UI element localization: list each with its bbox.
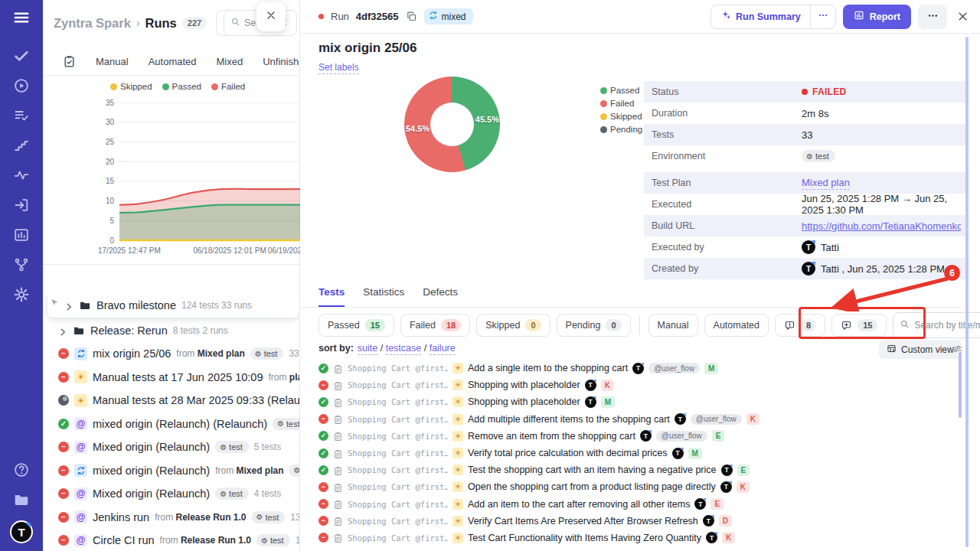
test-row[interactable]: −Shopping Cart @first…✳Add an item to th… — [318, 496, 954, 513]
filter-passed-button[interactable]: Passed15 — [318, 314, 394, 337]
breadcrumb-separator: › — [136, 17, 140, 29]
run-status-failed-icon: − — [58, 348, 69, 359]
sort-by-testcase[interactable]: testcase — [386, 343, 422, 355]
test-row[interactable]: ✓Shopping Cart @first…✳Test the shopping… — [318, 461, 954, 478]
test-suite: Shopping Cart @first… — [348, 482, 448, 491]
help-icon[interactable] — [12, 461, 31, 479]
donut-failed-label: 54.5% — [406, 124, 430, 133]
svg-text:17/2025 12:47 PM: 17/2025 12:47 PM — [98, 246, 161, 255]
run-row[interactable]: −mixed origin (Relaunch)from Mixed plan⚙… — [43, 459, 299, 483]
run-type-badge[interactable]: mixed — [424, 8, 473, 24]
filter-automated-button[interactable]: Automated — [704, 314, 769, 337]
panel-close-button[interactable] — [256, 2, 286, 31]
filter-manual-button[interactable]: Manual — [648, 314, 698, 337]
sort-by-suite[interactable]: suite — [358, 343, 377, 355]
test-suite: Shopping Cart @first… — [348, 432, 448, 441]
filter-pending-button[interactable]: Pending0 — [557, 314, 631, 337]
runs-list-icon[interactable] — [63, 55, 76, 68]
filter-skipped-button[interactable]: Skipped0 — [476, 314, 550, 337]
activity-icon[interactable] — [12, 166, 31, 184]
test-row[interactable]: ✓Shopping Cart @first…✳Remove an item fr… — [318, 428, 954, 445]
run-summary-more-button[interactable] — [810, 5, 835, 28]
legend-dot — [600, 113, 607, 120]
play-circle-icon[interactable] — [12, 77, 31, 95]
sort-by-failure[interactable]: failure — [430, 343, 456, 355]
run-row[interactable]: −@Mixed origin (Relaunch)⚙test5 tests — [43, 435, 299, 459]
run-row[interactable]: −@Mixed origin (Relaunch)⚙test4 tests — [43, 482, 299, 506]
list-check-icon[interactable] — [12, 106, 31, 125]
test-plan-link[interactable]: Mixed plan — [802, 177, 850, 190]
detail-close-button[interactable] — [957, 11, 969, 23]
run-kind-automated-icon: @ — [74, 441, 87, 454]
test-row[interactable]: ✓Shopping Cart @first…✳Verify total pric… — [318, 445, 954, 461]
user-avatar[interactable]: T — [10, 520, 33, 543]
assignee-avatar: T — [675, 413, 686, 425]
test-row[interactable]: ✓Shopping Cart @first…✳Shopping with pla… — [318, 393, 954, 410]
folder-icon[interactable] — [12, 491, 31, 509]
run-row[interactable]: −✳Manual tests at 17 Jun 2025 10:09from … — [43, 366, 299, 390]
run-folder-row[interactable]: Release: Rerun8 tests 2 runs — [43, 319, 299, 343]
run-row[interactable]: −@Jenkins runfrom Release Run 1.0⚙test13… — [43, 506, 299, 530]
run-meta: 13 tests — [290, 512, 299, 523]
search-icon — [230, 16, 240, 30]
info-row-test-plan: Test PlanMixed plan — [644, 172, 969, 194]
sign-in-icon[interactable] — [12, 196, 31, 214]
check-icon[interactable] — [12, 47, 31, 65]
more-actions-button[interactable] — [918, 5, 947, 29]
tab-tests[interactable]: Tests — [318, 286, 345, 307]
run-id: 4df32565 — [356, 11, 399, 22]
test-suite: Shopping Cart @first… — [348, 380, 448, 390]
comments-filter-button[interactable]: 8 — [775, 314, 825, 337]
runs-tab-automated[interactable]: Automated — [149, 56, 197, 67]
set-labels-link[interactable]: Set labels — [318, 62, 359, 74]
chevron-right-icon[interactable] — [58, 326, 67, 335]
gear-icon[interactable] — [12, 285, 31, 304]
runs-tab-manual[interactable]: Manual — [96, 56, 129, 67]
ellipsis-icon — [818, 10, 828, 24]
test-row[interactable]: ✓Shopping Cart @first…✳Add a single item… — [318, 360, 954, 377]
test-letter-badge: K — [737, 481, 750, 493]
test-row[interactable]: −Shopping Cart @first…✳Shopping with pla… — [318, 377, 954, 393]
runs-tab-unfinished[interactable]: Unfinished — [263, 56, 299, 67]
custom-view-button[interactable]: Custom view — [879, 340, 962, 359]
build-url-link[interactable]: https://github.com/TetianaKhomenko/Load-… — [802, 220, 961, 232]
copy-icon[interactable] — [406, 11, 417, 22]
run-folder-row[interactable]: Bravo milestone124 tests 33 runs — [47, 294, 299, 318]
test-row[interactable]: −Shopping Cart @first…✳Add multiple diff… — [318, 411, 954, 428]
breadcrumb-brand[interactable]: Zyntra Spark — [54, 16, 131, 31]
run-row[interactable]: −mix origin 25/06from Mixed plan⚙test33 … — [43, 342, 299, 366]
report-button[interactable]: Report — [843, 5, 911, 29]
test-row[interactable]: −Shopping Cart @first…✳Open the shopping… — [318, 478, 954, 495]
tests-scrollbar[interactable] — [959, 352, 962, 418]
run-status-failed-icon: − — [58, 442, 69, 452]
tests-search-input[interactable] — [914, 320, 980, 331]
test-letter-badge: K — [746, 413, 760, 425]
tab-defects[interactable]: Defects — [423, 286, 458, 307]
runs-tab-mixed[interactable]: Mixed — [217, 56, 243, 67]
menu-icon[interactable] — [12, 8, 31, 27]
gear-icon: ⚙ — [261, 536, 268, 545]
bar-chart-icon[interactable] — [12, 226, 31, 244]
run-summary-label: Run Summary — [736, 11, 801, 22]
legend-dot — [600, 126, 607, 133]
main-scrollbar[interactable] — [965, 37, 969, 547]
run-title: mix origin 25/06 — [318, 41, 417, 56]
steps-icon[interactable] — [12, 136, 31, 155]
test-status-passed-icon: ✓ — [318, 397, 328, 407]
chevron-right-icon[interactable] — [64, 301, 74, 310]
run-row[interactable]: ✓@mixed origin (Relaunch) (Relaunch)⚙tes… — [43, 412, 299, 436]
assignee-avatar: T — [694, 498, 706, 510]
run-detail-panel: Run 4df32565 mixed Run Summary Report — [300, 0, 980, 551]
sidebar-bottom-icons — [12, 461, 31, 520]
test-row[interactable]: −Shopping Cart @first…✳Test Cart Functio… — [318, 530, 954, 546]
user-avatar: T — [802, 262, 815, 276]
run-from: from Release Run 1.0 — [155, 512, 246, 523]
git-branch-icon[interactable] — [12, 256, 31, 274]
test-row[interactable]: −Shopping Cart @first…✳Verify Cart Items… — [318, 513, 954, 530]
filter-failed-button[interactable]: Failed18 — [400, 314, 470, 337]
tab-statistics[interactable]: Statistics — [363, 286, 404, 307]
run-summary-button[interactable]: Run Summary — [710, 5, 836, 29]
comments-filter-button[interactable]: 15 — [831, 314, 887, 337]
run-row[interactable]: −@Circle CI runfrom Release Run 1.0⚙test… — [43, 529, 299, 551]
run-row[interactable]: ✳Manual tests at 28 Mar 2025 09:33 (Rela… — [43, 389, 299, 412]
